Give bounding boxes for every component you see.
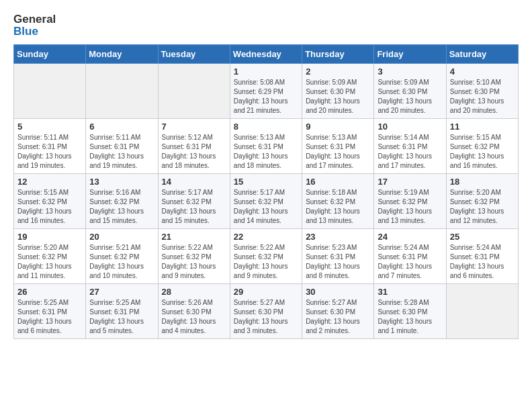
calendar-week-row: 26Sunrise: 5:25 AM Sunset: 6:31 PM Dayli… <box>14 284 519 339</box>
day-number: 12 <box>17 177 82 187</box>
day-number: 4 <box>450 66 515 77</box>
day-number: 7 <box>162 122 226 132</box>
weekday-header-tuesday: Tuesday <box>158 45 230 64</box>
calendar-cell <box>86 64 158 119</box>
day-number: 8 <box>234 122 298 132</box>
day-detail: Sunrise: 5:22 AM Sunset: 6:32 PM Dayligh… <box>162 243 226 281</box>
calendar-week-row: 12Sunrise: 5:15 AM Sunset: 6:32 PM Dayli… <box>14 174 519 229</box>
day-number: 20 <box>89 232 154 242</box>
calendar-cell: 28Sunrise: 5:26 AM Sunset: 6:30 PM Dayli… <box>158 284 230 339</box>
calendar-cell: 2Sunrise: 5:09 AM Sunset: 6:30 PM Daylig… <box>302 64 374 119</box>
day-detail: Sunrise: 5:16 AM Sunset: 6:32 PM Dayligh… <box>89 188 154 226</box>
day-detail: Sunrise: 5:15 AM Sunset: 6:32 PM Dayligh… <box>17 188 82 226</box>
calendar-cell: 4Sunrise: 5:10 AM Sunset: 6:30 PM Daylig… <box>446 64 518 119</box>
calendar-cell: 24Sunrise: 5:24 AM Sunset: 6:31 PM Dayli… <box>374 229 446 284</box>
calendar-cell: 3Sunrise: 5:09 AM Sunset: 6:30 PM Daylig… <box>374 64 446 119</box>
day-detail: Sunrise: 5:14 AM Sunset: 6:31 PM Dayligh… <box>378 133 442 171</box>
calendar-cell: 31Sunrise: 5:28 AM Sunset: 6:30 PM Dayli… <box>374 284 446 339</box>
day-detail: Sunrise: 5:26 AM Sunset: 6:30 PM Dayligh… <box>162 298 226 336</box>
day-detail: Sunrise: 5:21 AM Sunset: 6:32 PM Dayligh… <box>89 243 154 281</box>
calendar-cell <box>158 64 230 119</box>
day-number: 11 <box>450 122 515 132</box>
weekday-header-row: SundayMondayTuesdayWednesdayThursdayFrid… <box>14 45 519 64</box>
day-detail: Sunrise: 5:25 AM Sunset: 6:31 PM Dayligh… <box>17 298 82 336</box>
day-number: 10 <box>378 122 442 132</box>
calendar-cell: 13Sunrise: 5:16 AM Sunset: 6:32 PM Dayli… <box>86 174 158 229</box>
calendar-cell: 14Sunrise: 5:17 AM Sunset: 6:32 PM Dayli… <box>158 174 230 229</box>
day-number: 27 <box>89 287 154 297</box>
day-number: 24 <box>378 232 442 242</box>
calendar-cell: 15Sunrise: 5:17 AM Sunset: 6:32 PM Dayli… <box>230 174 302 229</box>
calendar-cell: 27Sunrise: 5:25 AM Sunset: 6:31 PM Dayli… <box>86 284 158 339</box>
day-number: 18 <box>450 177 515 187</box>
weekday-header-wednesday: Wednesday <box>230 45 302 64</box>
calendar-cell: 17Sunrise: 5:19 AM Sunset: 6:32 PM Dayli… <box>374 174 446 229</box>
day-detail: Sunrise: 5:27 AM Sunset: 6:30 PM Dayligh… <box>306 298 370 336</box>
day-number: 3 <box>378 66 442 77</box>
day-detail: Sunrise: 5:19 AM Sunset: 6:32 PM Dayligh… <box>378 188 442 226</box>
calendar-cell <box>446 284 518 339</box>
day-detail: Sunrise: 5:13 AM Sunset: 6:31 PM Dayligh… <box>306 133 370 171</box>
calendar-table: SundayMondayTuesdayWednesdayThursdayFrid… <box>13 44 519 339</box>
day-detail: Sunrise: 5:25 AM Sunset: 6:31 PM Dayligh… <box>89 298 154 336</box>
page: GeneralBlue SundayMondayTuesdayWednesday… <box>0 0 532 350</box>
day-detail: Sunrise: 5:23 AM Sunset: 6:31 PM Dayligh… <box>306 243 370 281</box>
day-detail: Sunrise: 5:27 AM Sunset: 6:30 PM Dayligh… <box>234 298 298 336</box>
day-number: 31 <box>378 287 442 297</box>
calendar-cell: 25Sunrise: 5:24 AM Sunset: 6:31 PM Dayli… <box>446 229 518 284</box>
day-detail: Sunrise: 5:22 AM Sunset: 6:32 PM Dayligh… <box>234 243 298 281</box>
weekday-header-friday: Friday <box>374 45 446 64</box>
day-number: 2 <box>306 66 370 77</box>
svg-text:General: General <box>13 13 56 26</box>
calendar-cell: 21Sunrise: 5:22 AM Sunset: 6:32 PM Dayli… <box>158 229 230 284</box>
logo-svg: GeneralBlue <box>13 11 81 38</box>
day-detail: Sunrise: 5:20 AM Sunset: 6:32 PM Dayligh… <box>450 188 515 226</box>
day-number: 14 <box>162 177 226 187</box>
day-detail: Sunrise: 5:09 AM Sunset: 6:30 PM Dayligh… <box>306 78 370 116</box>
calendar-cell: 26Sunrise: 5:25 AM Sunset: 6:31 PM Dayli… <box>14 284 86 339</box>
day-detail: Sunrise: 5:17 AM Sunset: 6:32 PM Dayligh… <box>234 188 298 226</box>
day-number: 21 <box>162 232 226 242</box>
calendar-cell: 19Sunrise: 5:20 AM Sunset: 6:32 PM Dayli… <box>14 229 86 284</box>
day-number: 15 <box>234 177 298 187</box>
day-detail: Sunrise: 5:10 AM Sunset: 6:30 PM Dayligh… <box>450 78 515 116</box>
calendar-cell: 23Sunrise: 5:23 AM Sunset: 6:31 PM Dayli… <box>302 229 374 284</box>
day-number: 19 <box>17 232 82 242</box>
day-number: 6 <box>89 122 154 132</box>
day-detail: Sunrise: 5:15 AM Sunset: 6:32 PM Dayligh… <box>450 133 515 171</box>
calendar-week-row: 1Sunrise: 5:08 AM Sunset: 6:29 PM Daylig… <box>14 64 519 119</box>
calendar-cell: 10Sunrise: 5:14 AM Sunset: 6:31 PM Dayli… <box>374 119 446 174</box>
day-detail: Sunrise: 5:11 AM Sunset: 6:31 PM Dayligh… <box>17 133 82 171</box>
calendar-cell: 11Sunrise: 5:15 AM Sunset: 6:32 PM Dayli… <box>446 119 518 174</box>
day-detail: Sunrise: 5:12 AM Sunset: 6:31 PM Dayligh… <box>162 133 226 171</box>
day-detail: Sunrise: 5:20 AM Sunset: 6:32 PM Dayligh… <box>17 243 82 281</box>
day-detail: Sunrise: 5:11 AM Sunset: 6:31 PM Dayligh… <box>89 133 154 171</box>
day-number: 16 <box>306 177 370 187</box>
calendar-cell: 12Sunrise: 5:15 AM Sunset: 6:32 PM Dayli… <box>14 174 86 229</box>
calendar-cell: 20Sunrise: 5:21 AM Sunset: 6:32 PM Dayli… <box>86 229 158 284</box>
day-number: 30 <box>306 287 370 297</box>
day-detail: Sunrise: 5:09 AM Sunset: 6:30 PM Dayligh… <box>378 78 442 116</box>
calendar-cell: 6Sunrise: 5:11 AM Sunset: 6:31 PM Daylig… <box>86 119 158 174</box>
day-number: 28 <box>162 287 226 297</box>
day-number: 1 <box>234 66 298 77</box>
svg-text:Blue: Blue <box>13 25 38 38</box>
day-number: 25 <box>450 232 515 242</box>
weekday-header-saturday: Saturday <box>446 45 518 64</box>
day-detail: Sunrise: 5:24 AM Sunset: 6:31 PM Dayligh… <box>450 243 515 281</box>
day-number: 5 <box>17 122 82 132</box>
calendar-cell: 16Sunrise: 5:18 AM Sunset: 6:32 PM Dayli… <box>302 174 374 229</box>
calendar-cell: 7Sunrise: 5:12 AM Sunset: 6:31 PM Daylig… <box>158 119 230 174</box>
weekday-header-sunday: Sunday <box>14 45 86 64</box>
calendar-cell <box>14 64 86 119</box>
header: GeneralBlue <box>13 11 519 38</box>
calendar-cell: 9Sunrise: 5:13 AM Sunset: 6:31 PM Daylig… <box>302 119 374 174</box>
day-number: 22 <box>234 232 298 242</box>
day-number: 13 <box>89 177 154 187</box>
weekday-header-monday: Monday <box>86 45 158 64</box>
day-number: 26 <box>17 287 82 297</box>
day-detail: Sunrise: 5:24 AM Sunset: 6:31 PM Dayligh… <box>378 243 442 281</box>
day-number: 17 <box>378 177 442 187</box>
day-detail: Sunrise: 5:28 AM Sunset: 6:30 PM Dayligh… <box>378 298 442 336</box>
calendar-week-row: 19Sunrise: 5:20 AM Sunset: 6:32 PM Dayli… <box>14 229 519 284</box>
